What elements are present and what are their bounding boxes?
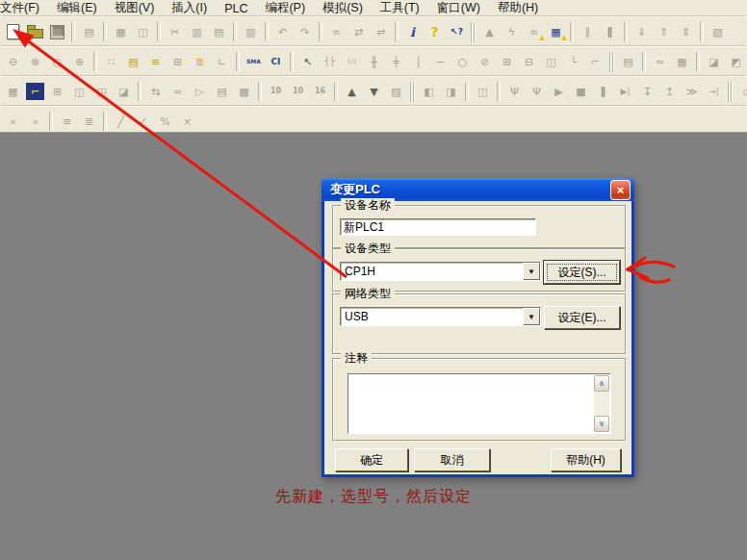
- indent-decrease-icon[interactable]: «: [2, 111, 24, 132]
- new-or-closed-contact-icon[interactable]: ╪: [385, 51, 407, 72]
- new-instruction-icon[interactable]: ⊞: [496, 51, 518, 72]
- compile-icon[interactable]: ▲: [478, 21, 501, 42]
- network-type-dropdown-icon[interactable]: ▼: [523, 308, 540, 325]
- about-info-icon[interactable]: i: [401, 21, 424, 42]
- close-icon[interactable]: ×: [610, 180, 631, 200]
- sim-stop-icon[interactable]: ■: [570, 81, 592, 102]
- delete-line-icon[interactable]: ⌐: [584, 51, 606, 72]
- help-icon[interactable]: ?: [424, 21, 446, 42]
- toggle-grid-icon[interactable]: ∷: [100, 51, 122, 72]
- new-file-icon[interactable]: [2, 21, 24, 42]
- change-all-icon[interactable]: ⇌: [370, 21, 392, 42]
- scroll-down-icon[interactable]: ∨: [594, 416, 609, 432]
- window-tile-icon[interactable]: ◨: [440, 81, 462, 102]
- open-file-icon[interactable]: [24, 21, 46, 42]
- format-decimal-icon[interactable]: 10: [265, 81, 287, 102]
- sma-table-icon[interactable]: SMA: [243, 51, 265, 72]
- scroll-up-icon[interactable]: ∧: [594, 375, 609, 392]
- sim-pause-icon[interactable]: ∥: [592, 81, 614, 102]
- undo-icon[interactable]: ↶: [271, 21, 294, 42]
- zoom-100-icon[interactable]: ○: [46, 51, 68, 72]
- print-preview-icon[interactable]: ◫: [132, 21, 154, 42]
- online-monitor-icon[interactable]: ▨: [385, 81, 407, 102]
- device-type-settings-button[interactable]: 设定(S)...: [544, 261, 620, 284]
- paste-icon[interactable]: ▤: [208, 21, 230, 42]
- window-search-icon[interactable]: ◫: [68, 81, 90, 102]
- format-signed-decimal-icon[interactable]: 10: [287, 81, 309, 102]
- new-contact-icon[interactable]: ┤├: [319, 51, 341, 72]
- copy-icon[interactable]: ▥: [186, 21, 208, 42]
- sim-run-to-end-icon[interactable]: →|: [703, 81, 725, 102]
- format-hex-icon[interactable]: 16: [309, 81, 331, 102]
- print-icon[interactable]: ▦: [110, 21, 132, 42]
- menu-program[interactable]: 编程(P): [256, 0, 314, 17]
- menu-window[interactable]: 窗口(W): [428, 0, 489, 17]
- menu-plc[interactable]: PLC: [216, 1, 256, 16]
- compare-with-plc-icon[interactable]: ⇕: [675, 21, 697, 42]
- menu-insert[interactable]: 插入(I): [163, 0, 216, 17]
- find-icon[interactable]: ∞: [325, 21, 348, 42]
- device-type-combobox[interactable]: CP1H ▼: [340, 262, 541, 281]
- menu-help[interactable]: 帮助(H): [489, 0, 547, 17]
- new-or-contact-icon[interactable]: ╫: [363, 51, 385, 72]
- monitor-down-icon[interactable]: ▼: [363, 81, 385, 102]
- menu-edit[interactable]: 编辑(E): [48, 0, 106, 17]
- force-set-icon[interactable]: ▤: [617, 51, 639, 72]
- show-rung-annotations-icon[interactable]: ≡: [144, 51, 167, 72]
- force-off-pen-icon[interactable]: ✓: [132, 111, 154, 132]
- multi-copy-icon[interactable]: ≈: [649, 51, 671, 72]
- io-comment-icon[interactable]: ▦: [2, 81, 24, 102]
- online-edit-begin-icon[interactable]: Ψ: [503, 81, 526, 102]
- menu-file[interactable]: 文件(F): [0, 0, 48, 17]
- sim-fast-forward-icon[interactable]: ≫: [681, 81, 703, 102]
- new-function-block-icon[interactable]: ◫: [540, 51, 562, 72]
- show-comments-icon[interactable]: ▤: [122, 51, 144, 72]
- window-symbols-icon[interactable]: ⊞: [46, 81, 68, 102]
- sim-step-into-icon[interactable]: ↧: [636, 81, 658, 102]
- transfer-from-plc-icon[interactable]: ⇑: [653, 21, 675, 42]
- force-on-pen-icon[interactable]: ╱: [110, 111, 132, 132]
- monitor-up-icon[interactable]: ▲: [341, 81, 363, 102]
- sim-trace-icon[interactable]: ▫: [735, 81, 747, 102]
- watch-window-icon[interactable]: ≈: [167, 81, 189, 102]
- section-hierarchy-icon[interactable]: ∟: [211, 51, 233, 72]
- batch-check-icon[interactable]: ∞▲: [523, 21, 545, 42]
- help-button[interactable]: 帮助(H): [551, 448, 621, 471]
- window-comment-icon[interactable]: ◫: [472, 81, 494, 102]
- window-cascade-icon[interactable]: ◧: [418, 81, 440, 102]
- sim-step-out-icon[interactable]: ↥: [658, 81, 681, 102]
- indent-increase-icon[interactable]: »: [24, 111, 46, 132]
- paste-special-icon[interactable]: ▥: [240, 21, 262, 42]
- note-insert-icon[interactable]: ◪: [703, 51, 725, 72]
- transfer-to-plc-icon[interactable]: ⇓: [631, 21, 653, 42]
- window-diagram-icon[interactable]: ◳: [90, 81, 113, 102]
- note-delete-icon[interactable]: ◩: [725, 51, 747, 72]
- show-monitor-box-icon[interactable]: ⊞: [167, 51, 189, 72]
- cancel-button[interactable]: 取消: [414, 448, 490, 471]
- properties-icon[interactable]: ◪: [113, 81, 135, 102]
- new-vertical-line-icon[interactable]: │: [407, 51, 429, 72]
- new-horizontal-line-icon[interactable]: ─: [429, 51, 451, 72]
- device-name-input[interactable]: [340, 218, 536, 236]
- new-closed-contact-icon[interactable]: ┤/├: [341, 51, 363, 72]
- zoom-in-icon[interactable]: ⊕: [68, 51, 90, 72]
- comment-textarea[interactable]: ∧ ∨: [348, 373, 611, 434]
- new-plc-instruction-icon[interactable]: ⊟: [518, 51, 540, 72]
- menu-tools[interactable]: 工具(T): [372, 0, 428, 17]
- device-type-dropdown-icon[interactable]: ▼: [523, 263, 540, 280]
- cut-icon[interactable]: ✂: [164, 21, 186, 42]
- compile-all-icon[interactable]: ⌐: [26, 83, 44, 100]
- menu-simulation[interactable]: 模拟(S): [314, 0, 372, 17]
- mnemonic-view-icon[interactable]: ▷: [189, 81, 211, 102]
- io-table-icon[interactable]: ▤: [211, 81, 233, 102]
- rung-unwrap-icon[interactable]: ≣: [78, 111, 100, 132]
- ok-button[interactable]: 确定: [335, 448, 408, 471]
- address-increment-icon[interactable]: ▦: [671, 51, 693, 72]
- plc-verify-icon[interactable]: ▦▲: [545, 21, 567, 42]
- save-file-icon[interactable]: [46, 21, 68, 42]
- select-mode-icon[interactable]: ↖: [296, 51, 319, 72]
- sim-play-icon[interactable]: ▶: [548, 81, 570, 102]
- new-coil-icon[interactable]: ○: [451, 51, 474, 72]
- page-setup-icon[interactable]: ▤: [78, 21, 100, 42]
- comment-scrollbar[interactable]: ∧ ∨: [594, 375, 609, 432]
